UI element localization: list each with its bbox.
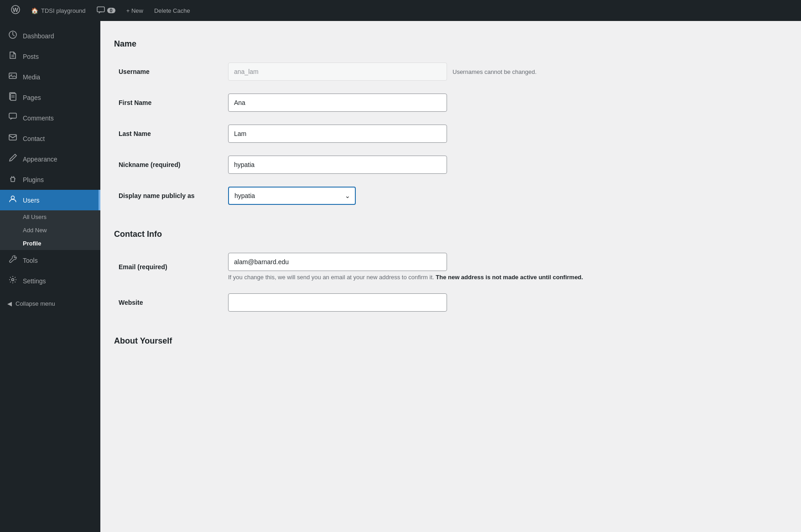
submenu-all-users[interactable]: All Users bbox=[0, 210, 100, 224]
main-content: Name Username Usernames cannot be change… bbox=[100, 21, 801, 532]
site-name-label: TDSI playground bbox=[41, 7, 86, 14]
wp-logo-button[interactable]: W bbox=[5, 0, 26, 21]
sidebar-item-pages-label: Pages bbox=[23, 94, 93, 101]
delete-cache-button[interactable]: Delete Cache bbox=[149, 0, 196, 21]
email-note-text: If you change this, we will send you an … bbox=[228, 274, 434, 281]
sidebar-item-comments[interactable]: Comments bbox=[0, 108, 100, 128]
sidebar-item-dashboard-label: Dashboard bbox=[23, 32, 93, 40]
sidebar-item-pages[interactable]: Pages bbox=[0, 87, 100, 108]
username-row: Username Usernames cannot be changed. bbox=[114, 56, 787, 87]
admin-bar: W 🏠 TDSI playground 0 + New Delete Cache bbox=[0, 0, 801, 21]
last-name-label: Last Name bbox=[119, 130, 151, 137]
settings-icon bbox=[7, 275, 18, 287]
sidebar-item-appearance[interactable]: Appearance bbox=[0, 149, 100, 169]
tools-icon bbox=[7, 255, 18, 266]
sidebar-item-contact-label: Contact bbox=[23, 135, 93, 142]
svg-rect-13 bbox=[9, 135, 16, 140]
display-name-select-wrapper: hypatia ana_lam Ana Lam Ana Lam ⌄ bbox=[228, 187, 356, 205]
dashboard-icon bbox=[7, 30, 18, 42]
home-icon: 🏠 bbox=[31, 7, 38, 14]
sidebar-item-users-label: Users bbox=[23, 197, 93, 204]
name-form-table: Username Usernames cannot be changed. Fi… bbox=[114, 56, 787, 211]
sidebar-item-users[interactable]: Users bbox=[0, 190, 100, 210]
svg-rect-2 bbox=[97, 7, 104, 12]
contact-info-section-title: Contact Info bbox=[114, 220, 787, 246]
new-content-button[interactable]: + New bbox=[121, 0, 149, 21]
display-name-row: Display name publicly as hypatia ana_lam… bbox=[114, 180, 787, 211]
display-name-label: Display name publicly as bbox=[119, 192, 195, 199]
wp-logo-icon: W bbox=[11, 5, 20, 16]
collapse-menu-button[interactable]: ◀ Collapse menu bbox=[0, 296, 100, 312]
sidebar-item-appearance-label: Appearance bbox=[23, 156, 93, 163]
nickname-label: Nickname (required) bbox=[119, 161, 180, 168]
about-yourself-section-title: About Yourself bbox=[114, 327, 787, 353]
website-row: Website bbox=[114, 287, 787, 318]
sidebar-item-plugins[interactable]: Plugins bbox=[0, 169, 100, 190]
sidebar-item-tools[interactable]: Tools bbox=[0, 250, 100, 271]
users-icon bbox=[7, 194, 18, 206]
nickname-row: Nickname (required) bbox=[114, 149, 787, 180]
submenu-add-new[interactable]: Add New bbox=[0, 224, 100, 237]
email-input[interactable] bbox=[228, 253, 447, 271]
collapse-label: Collapse menu bbox=[16, 300, 55, 307]
website-input[interactable] bbox=[228, 293, 447, 312]
svg-text:W: W bbox=[13, 6, 19, 13]
website-label: Website bbox=[119, 299, 143, 306]
sidebar-item-tools-label: Tools bbox=[23, 257, 93, 264]
sidebar-item-posts-label: Posts bbox=[23, 53, 93, 60]
sidebar-item-comments-label: Comments bbox=[23, 115, 93, 122]
appearance-icon bbox=[7, 153, 18, 165]
email-row: Email (required) If you change this, we … bbox=[114, 246, 787, 287]
pages-icon bbox=[7, 92, 18, 103]
nickname-input[interactable] bbox=[228, 156, 447, 174]
username-input[interactable] bbox=[228, 63, 447, 81]
email-note: If you change this, we will send you an … bbox=[228, 274, 584, 281]
submenu-profile[interactable]: Profile bbox=[0, 237, 100, 250]
sidebar-item-media[interactable]: Media bbox=[0, 67, 100, 87]
plugins-icon bbox=[7, 174, 18, 185]
contact-info-form-table: Email (required) If you change this, we … bbox=[114, 246, 787, 318]
users-submenu: All Users Add New Profile bbox=[0, 210, 100, 250]
sidebar-item-media-label: Media bbox=[23, 73, 93, 81]
first-name-label: First Name bbox=[119, 99, 151, 106]
posts-icon bbox=[7, 51, 18, 62]
media-icon bbox=[7, 71, 18, 83]
contact-icon bbox=[7, 133, 18, 144]
delete-cache-label: Delete Cache bbox=[154, 7, 190, 14]
sidebar-item-contact[interactable]: Contact bbox=[0, 128, 100, 149]
site-name-button[interactable]: 🏠 TDSI playground bbox=[26, 0, 91, 21]
email-label: Email (required) bbox=[119, 263, 167, 271]
sidebar-item-posts[interactable]: Posts bbox=[0, 46, 100, 67]
display-name-select[interactable]: hypatia ana_lam Ana Lam Ana Lam bbox=[228, 187, 356, 205]
comments-icon bbox=[97, 6, 105, 15]
username-label: Username bbox=[119, 68, 150, 75]
sidebar-item-dashboard[interactable]: Dashboard bbox=[0, 26, 100, 46]
users-active-indicator bbox=[99, 190, 100, 210]
sidebar: Dashboard Posts Media bbox=[0, 21, 100, 532]
comments-menu-icon bbox=[7, 112, 18, 124]
sidebar-item-settings-label: Settings bbox=[23, 277, 93, 285]
svg-point-17 bbox=[11, 196, 15, 199]
sidebar-item-plugins-label: Plugins bbox=[23, 176, 93, 183]
comments-button[interactable]: 0 bbox=[91, 0, 121, 21]
comments-count: 0 bbox=[107, 8, 115, 13]
first-name-row: First Name bbox=[114, 87, 787, 118]
last-name-row: Last Name bbox=[114, 118, 787, 149]
first-name-input[interactable] bbox=[228, 94, 447, 112]
svg-point-18 bbox=[12, 279, 14, 281]
svg-rect-12 bbox=[9, 113, 16, 118]
name-section-title: Name bbox=[114, 30, 787, 56]
last-name-input[interactable] bbox=[228, 125, 447, 143]
new-label: + New bbox=[126, 7, 143, 14]
svg-rect-14 bbox=[11, 177, 15, 182]
sidebar-item-settings[interactable]: Settings bbox=[0, 271, 100, 291]
email-note-strong: The new address is not made active until… bbox=[436, 274, 583, 281]
collapse-icon: ◀ bbox=[7, 300, 12, 307]
username-note: Usernames cannot be changed. bbox=[453, 68, 536, 75]
